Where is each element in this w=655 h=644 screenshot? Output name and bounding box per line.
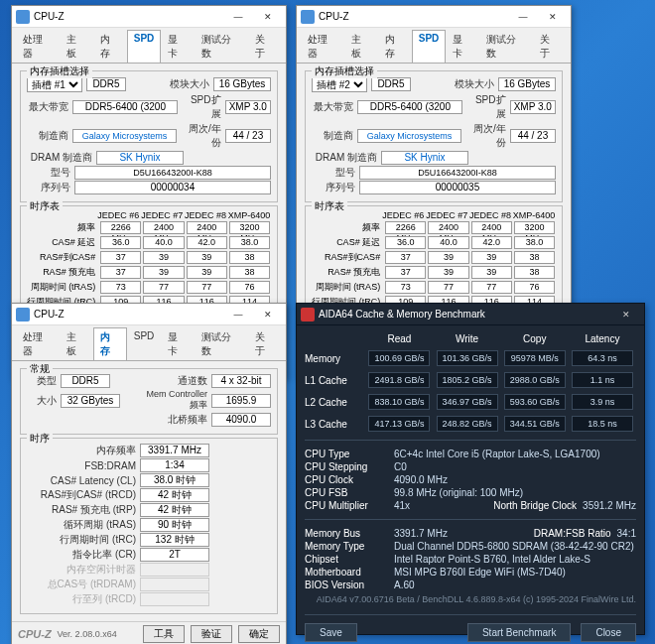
slot-select[interactable]: 插槽 #1 xyxy=(27,76,82,92)
part-value: D5U16643200I-K88 xyxy=(74,166,271,180)
info-key: CPU Clock xyxy=(305,474,394,485)
bench-cell: 101.36 GB/s xyxy=(437,350,498,366)
close-button[interactable]: ✕ xyxy=(254,306,282,323)
dram-value[interactable]: SK Hynix xyxy=(381,151,468,165)
dram-value[interactable]: SK Hynix xyxy=(96,151,184,165)
timing-cell: 38.0 xyxy=(229,236,270,249)
timing-cell: 39 xyxy=(187,251,227,264)
save-button[interactable]: Save xyxy=(305,623,357,642)
group-title: 时序表 xyxy=(312,199,347,213)
bench-row-name: L3 Cache xyxy=(305,419,365,430)
group-title: 时序 xyxy=(27,432,53,446)
mc-value: 1695.9 MHz xyxy=(211,394,271,408)
close-button[interactable]: Close xyxy=(581,623,636,642)
maxbw-label: 最大带宽 xyxy=(27,100,68,114)
info-value: 6C+4c Intel Core i5 (Raptor Lake-S, LGA1… xyxy=(394,449,636,459)
cr-label: 指令比率 (CR) xyxy=(27,548,136,562)
rp-value: 42 时钟 xyxy=(140,503,209,517)
slot-select[interactable]: 插槽 #2 xyxy=(312,76,367,92)
timing-cell: 2400 MHz xyxy=(428,221,468,234)
close-button[interactable]: ✕ xyxy=(254,8,282,26)
mfr-value[interactable]: Galaxy Microsystems Ltd. xyxy=(357,129,461,143)
tab-cpu[interactable]: 处理器 xyxy=(16,327,60,360)
timing-cell: 3200 MHz xyxy=(514,221,555,234)
spdext-value: XMP 3.0 xyxy=(510,100,556,114)
timing-cell: 39 xyxy=(471,251,512,264)
timing-cell: 38.0 xyxy=(514,236,555,249)
verify-button[interactable]: 验证 xyxy=(191,625,232,643)
tab-about[interactable]: 关于 xyxy=(533,30,567,63)
bench-cell: 2988.0 GB/s xyxy=(504,372,566,388)
tab-memory[interactable]: 内存 xyxy=(93,30,127,63)
timing-cell: 2400 MHz xyxy=(471,221,512,234)
group-title: 内存插槽选择 xyxy=(312,64,377,78)
mfr-label: 制造商 xyxy=(312,129,353,143)
spdext-label: SPD扩展 xyxy=(182,93,220,121)
timing-cell: 39 xyxy=(143,251,184,264)
size-label: 大小 xyxy=(27,394,57,408)
info-key: BIOS Version xyxy=(305,580,394,590)
tab-mainboard[interactable]: 主板 xyxy=(60,30,93,63)
mfr-value[interactable]: Galaxy Microsystems Ltd. xyxy=(72,129,177,143)
ok-button[interactable]: 确定 xyxy=(238,625,280,643)
timing-cell: 2266 MHz xyxy=(385,221,426,234)
slot-select-group: 内存插槽选择 插槽 #2 DDR5 模块大小 16 GBytes 最大带宽 DD… xyxy=(305,70,563,202)
tab-about[interactable]: 关于 xyxy=(248,30,282,63)
modsize-label: 模块大小 xyxy=(170,77,209,91)
info-key: CPU Type xyxy=(305,449,394,459)
trcd2-label: 行至列 (tRCD) xyxy=(27,592,136,606)
window-title: AIDA64 Cache & Memory Benchmark xyxy=(319,309,485,320)
tab-spd[interactable]: SPD xyxy=(412,30,447,63)
tab-memory[interactable]: 内存 xyxy=(93,327,127,360)
tab-graphics[interactable]: 显卡 xyxy=(446,30,479,63)
app-icon xyxy=(301,308,315,322)
titlebar[interactable]: CPU-Z —✕ xyxy=(12,304,286,325)
tab-mainboard[interactable]: 主板 xyxy=(344,30,378,63)
tab-spd[interactable]: SPD xyxy=(127,327,162,360)
titlebar[interactable]: AIDA64 Cache & Memory Benchmark ✕ xyxy=(297,304,644,325)
minimize-button[interactable]: — xyxy=(224,306,252,323)
close-button[interactable]: ✕ xyxy=(612,306,640,323)
timing-cell: 36.0 xyxy=(385,236,426,249)
tab-cpu[interactable]: 处理器 xyxy=(16,30,60,63)
tab-memory[interactable]: 内存 xyxy=(378,30,412,63)
bench-cell: 838.10 GB/s xyxy=(368,394,430,410)
col-read: Read xyxy=(365,333,433,344)
tab-cpu[interactable]: 处理器 xyxy=(301,30,344,63)
tab-graphics[interactable]: 显卡 xyxy=(161,30,195,63)
tab-spd[interactable]: SPD xyxy=(127,30,162,63)
part-value: D5U16643200I-K88 xyxy=(359,166,556,180)
tab-graphics[interactable]: 显卡 xyxy=(161,327,195,360)
info-value: MSI MPG B760I Edge WiFi (MS-7D40) xyxy=(394,567,636,578)
spdext-value: XMP 3.0 xyxy=(225,100,271,114)
timing-cell: 39 xyxy=(143,266,184,279)
minimize-button[interactable]: — xyxy=(224,8,252,26)
tab-mainboard[interactable]: 主板 xyxy=(60,327,93,360)
bench-cell: 3.9 ns xyxy=(572,394,633,410)
tab-bench[interactable]: 测试分数 xyxy=(195,30,248,63)
tools-button[interactable]: 工具 xyxy=(143,625,185,643)
app-icon xyxy=(301,10,315,24)
fsbdram-value: 1:34 xyxy=(140,458,209,472)
col-write: Write xyxy=(434,333,501,344)
type-label: 类型 xyxy=(27,374,57,388)
tab-about[interactable]: 关于 xyxy=(248,327,282,360)
bench-cell: 95978 MB/s xyxy=(504,350,566,366)
timing-cell: 38 xyxy=(229,251,270,264)
info-value: Intel Raptor Point-S B760, Intel Alder L… xyxy=(394,554,636,565)
spdext-label: SPD扩展 xyxy=(466,93,505,121)
info-value: 3391.7 MHz xyxy=(394,528,534,539)
tab-bench[interactable]: 测试分数 xyxy=(195,327,248,360)
minimize-button[interactable]: — xyxy=(509,8,537,26)
titlebar[interactable]: CPU-Z —✕ xyxy=(297,6,571,28)
bench-cell: 344.51 GB/s xyxy=(504,416,566,432)
titlebar[interactable]: CPU-Z — ✕ xyxy=(12,6,286,28)
window-title: CPU-Z xyxy=(319,11,349,22)
tab-bench[interactable]: 测试分数 xyxy=(479,30,533,63)
window-title: CPU-Z xyxy=(34,309,65,320)
timing-cell: 40.0 xyxy=(143,236,184,249)
close-button[interactable]: ✕ xyxy=(539,8,567,26)
timing-cell: 77 xyxy=(187,281,227,294)
start-benchmark-button[interactable]: Start Benchmark xyxy=(467,623,571,642)
trdram-value xyxy=(140,578,209,591)
